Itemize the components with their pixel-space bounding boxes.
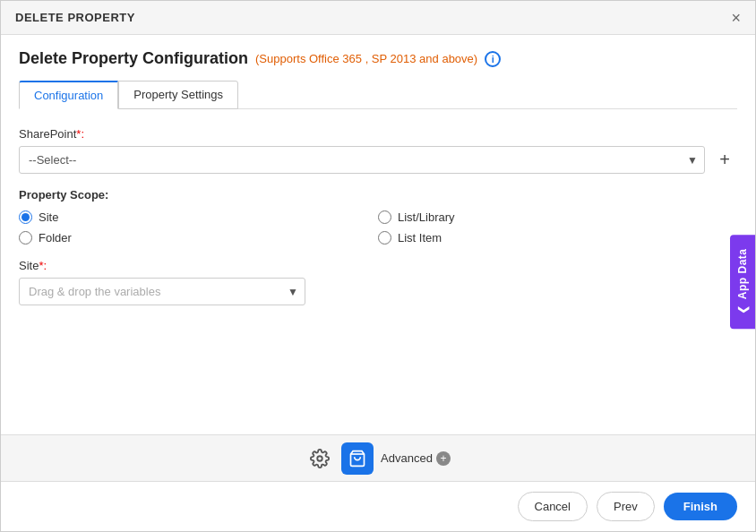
info-icon[interactable]: i — [485, 51, 501, 67]
app-data-label: App Data — [736, 249, 749, 300]
tab-configuration[interactable]: Configuration — [19, 81, 118, 109]
modal-title: DELETE PROPERTY — [15, 11, 135, 24]
scope-list-library-option[interactable]: List/Library — [378, 210, 737, 224]
sharepoint-add-button[interactable]: + — [712, 148, 737, 173]
page-heading: Delete Property Configuration (Supports … — [19, 49, 737, 68]
scope-list-library-label: List/Library — [398, 210, 455, 224]
scope-list-item-option[interactable]: List Item — [378, 231, 737, 245]
property-scope-options: Site List/Library Folder List Item — [19, 210, 737, 245]
advanced-button[interactable]: Advanced + — [381, 451, 451, 466]
footer-icons: Advanced + — [305, 442, 451, 475]
site-label: Site*: — [19, 259, 737, 272]
sharepoint-select-wrapper: --Select-- ▼ — [19, 146, 705, 174]
tabs-container: Configuration Property Settings — [19, 81, 737, 109]
advanced-label: Advanced — [381, 451, 433, 465]
modal-header: DELETE PROPERTY × — [1, 1, 755, 35]
sharepoint-row: --Select-- ▼ + — [19, 146, 737, 174]
finish-button[interactable]: Finish — [664, 493, 737, 520]
cancel-button[interactable]: Cancel — [518, 492, 588, 521]
site-required: *: — [39, 259, 47, 272]
property-scope-section: Property Scope: Site List/Library Folder — [19, 188, 737, 245]
site-select-wrapper: Drag & drop the variables ▼ — [19, 278, 305, 305]
site-field: Site*: Drag & drop the variables ▼ — [19, 259, 737, 305]
scope-list-item-radio[interactable] — [378, 231, 391, 245]
app-data-chevron: ❮ — [736, 305, 749, 315]
tab-property-settings[interactable]: Property Settings — [118, 81, 238, 109]
scope-folder-label: Folder — [39, 231, 72, 245]
scope-list-item-label: List Item — [398, 231, 442, 245]
scope-site-label: Site — [39, 210, 58, 224]
svg-point-0 — [317, 456, 322, 461]
scope-folder-radio[interactable] — [19, 231, 32, 245]
scope-site-option[interactable]: Site — [19, 210, 378, 224]
modal-body: Delete Property Configuration (Supports … — [1, 35, 755, 434]
action-bar: Cancel Prev Finish — [1, 481, 755, 531]
gear-icon-button[interactable] — [305, 444, 334, 473]
prev-button[interactable]: Prev — [597, 492, 655, 521]
scope-site-radio[interactable] — [19, 210, 32, 224]
scope-folder-option[interactable]: Folder — [19, 231, 378, 245]
site-select[interactable]: Drag & drop the variables — [19, 278, 305, 305]
sharepoint-select[interactable]: --Select-- — [19, 146, 705, 174]
footer-bar: Advanced + — [1, 434, 755, 481]
sharepoint-required: *: — [76, 127, 84, 141]
close-button[interactable]: × — [731, 10, 741, 26]
heading-text: Delete Property Configuration — [19, 49, 248, 68]
scope-list-library-radio[interactable] — [378, 210, 391, 224]
sharepoint-label: SharePoint*: — [19, 127, 737, 141]
supports-text: (Supports Office 365 , SP 2013 and above… — [255, 52, 477, 65]
bag-icon-button[interactable] — [341, 442, 374, 475]
advanced-plus-icon: + — [436, 451, 451, 466]
app-data-tab[interactable]: ❮ App Data — [730, 235, 755, 329]
property-scope-label: Property Scope: — [19, 188, 737, 202]
